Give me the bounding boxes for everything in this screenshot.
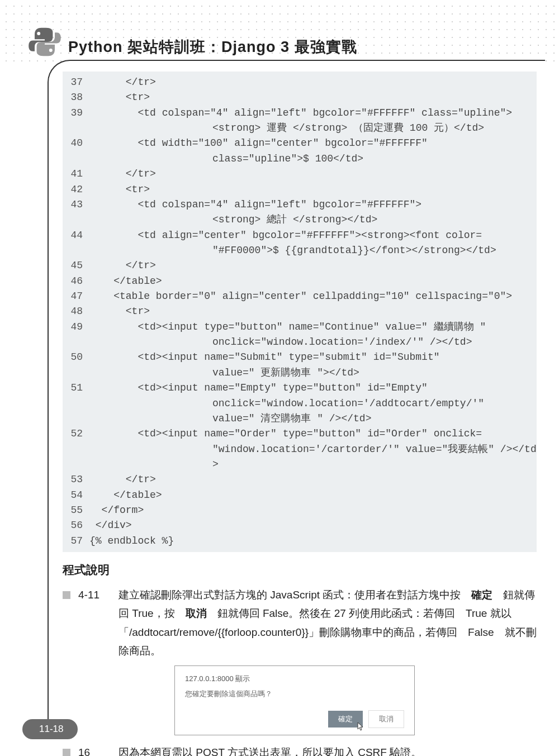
code-line: onclick="window.location='/addtocart/emp… bbox=[63, 396, 537, 411]
code-line: 42 <tr> bbox=[63, 182, 537, 197]
code-line: value=" 更新購物車 "></td> bbox=[63, 365, 537, 381]
bullet-icon bbox=[63, 749, 70, 756]
python-logo-icon bbox=[28, 25, 61, 59]
code-line: 39 <td colspan="4" align="left" bgcolor=… bbox=[63, 106, 537, 121]
code-line: 55 </form> bbox=[63, 503, 537, 518]
code-line: 57{% endblock %} bbox=[63, 534, 537, 549]
dialog-title: 127.0.0.1:8000 顯示 bbox=[185, 674, 404, 684]
code-line: value=" 清空購物車 " /></td> bbox=[63, 411, 537, 426]
explain-linenum: 16 bbox=[78, 743, 119, 756]
code-line: 45 </tr> bbox=[63, 258, 537, 273]
code-line: "window.location='/cartorder/'" value="我… bbox=[63, 442, 537, 473]
code-line: 37 </tr> bbox=[63, 75, 537, 90]
code-line: <strong> 總計 </strong></td> bbox=[63, 212, 537, 227]
code-line: 41 </tr> bbox=[63, 167, 537, 182]
code-line: class="upline">$ 100</td> bbox=[63, 151, 537, 167]
code-line: 46 </table> bbox=[63, 274, 537, 289]
page-title: Python 架站特訓班：Django 3 最強實戰 bbox=[68, 37, 357, 57]
dialog-ok-button: 確定 bbox=[328, 711, 363, 728]
code-line: 54 </table> bbox=[63, 488, 537, 503]
explain-heading: 程式說明 bbox=[63, 562, 537, 578]
code-line: 51 <td><input name="Empty" type="button"… bbox=[63, 381, 537, 396]
main-content: 37 </tr>38 <tr>39 <td colspan="4" align=… bbox=[63, 72, 537, 756]
explain-text: 建立確認刪除彈出式對話方塊的 JavaScript 函式：使用者在對話方塊中按 … bbox=[119, 586, 537, 660]
bullet-icon bbox=[63, 591, 70, 599]
code-listing: 37 </tr>38 <tr>39 <td colspan="4" align=… bbox=[63, 72, 537, 552]
explain-linenum: 4-11 bbox=[78, 586, 119, 660]
code-line: 53 </tr> bbox=[63, 472, 537, 487]
page-number: 11-18 bbox=[22, 719, 78, 739]
code-line: 48 <tr> bbox=[63, 304, 537, 319]
code-line: 49 <td><input type="button" name="Contin… bbox=[63, 320, 537, 335]
code-line: <strong> 運費 </strong> （固定運費 100 元）</td> bbox=[63, 121, 537, 136]
code-line: onclick="window.location='/index/'" /></… bbox=[63, 335, 537, 350]
code-line: "#FF0000">$ {{grandtotal}}</font></stron… bbox=[63, 243, 537, 258]
explain-item-2: 16 因為本網頁需以 POST 方式送出表單，所以要加入 CSRF 驗證。 bbox=[63, 743, 537, 756]
dialog-screenshot: 127.0.0.1:8000 顯示 您確定要刪除這個商品嗎？ 確定 取消 bbox=[174, 665, 415, 735]
explain-item-1: 4-11 建立確認刪除彈出式對話方塊的 JavaScript 函式：使用者在對話… bbox=[63, 586, 537, 660]
cursor-icon bbox=[357, 722, 365, 731]
code-line: 43 <td colspan="4" align="left" bgcolor=… bbox=[63, 197, 537, 212]
code-line: 56 </div> bbox=[63, 518, 537, 533]
dialog-message: 您確定要刪除這個商品嗎？ bbox=[185, 690, 404, 699]
dialog-cancel-button: 取消 bbox=[368, 710, 404, 728]
code-line: 38 <tr> bbox=[63, 90, 537, 105]
code-line: 44 <td align="center" bgcolor="#FFFFFF">… bbox=[63, 228, 537, 243]
explain-text: 因為本網頁需以 POST 方式送出表單，所以要加入 CSRF 驗證。 bbox=[119, 743, 537, 756]
code-line: 50 <td><input name="Submit" type="submit… bbox=[63, 350, 537, 365]
code-line: 52 <td><input name="Order" type="button"… bbox=[63, 426, 537, 441]
code-line: 47 <table border="0" align="center" cell… bbox=[63, 289, 537, 304]
code-line: 40 <td width="100" align="center" bgcolo… bbox=[63, 136, 537, 151]
